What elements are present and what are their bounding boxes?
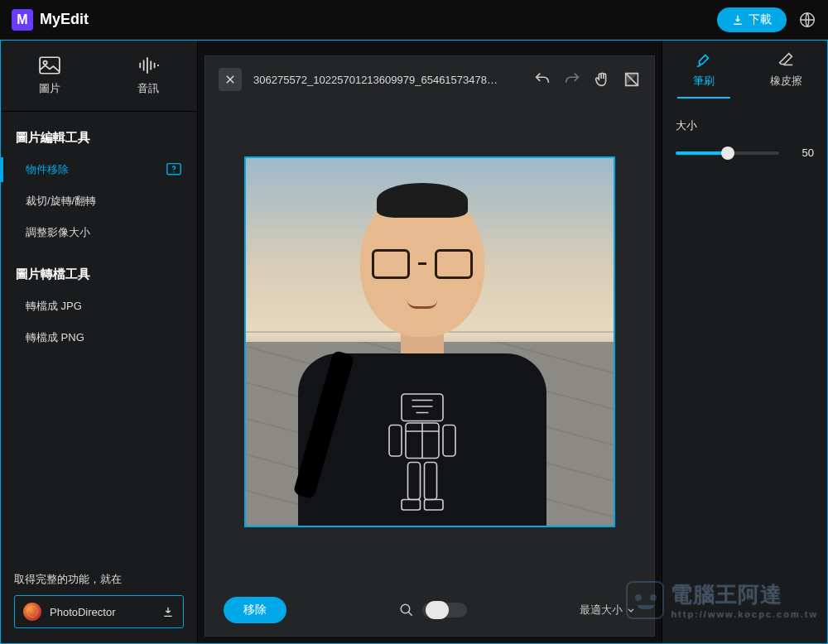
brush-settings: 大小 50 [662, 99, 827, 179]
nav-resize[interactable]: 調整影像大小 [1, 217, 197, 248]
promo-text: 取得完整的功能，就在 [14, 572, 184, 587]
canvas-footer: 移除 最適大小 [205, 584, 654, 636]
download-small-icon [161, 605, 175, 618]
nav-convert-png[interactable]: 轉檔成 PNG [1, 322, 197, 353]
tab-image[interactable]: 圖片 [1, 41, 99, 111]
right-panel: 筆刷 橡皮擦 大小 50 [662, 41, 827, 643]
compare-icon[interactable] [623, 70, 641, 89]
svg-rect-15 [408, 462, 421, 499]
canvas-area[interactable] [205, 103, 654, 584]
promo-product-label: PhotoDirector [50, 606, 115, 618]
close-file-button[interactable] [219, 68, 242, 91]
canvas-toolbar: 306275572_10225701213609979_654615734785… [205, 56, 654, 103]
tab-audio-label: 音訊 [137, 81, 159, 96]
download-icon [732, 14, 744, 26]
photodirector-logo-icon [23, 603, 41, 621]
close-icon [224, 74, 236, 85]
size-slider-thumb[interactable] [721, 147, 734, 160]
nav-label: 裁切/旋轉/翻轉 [26, 194, 96, 209]
svg-rect-16 [425, 462, 437, 499]
promo-photodirector-button[interactable]: PhotoDirector [14, 595, 184, 628]
zoom-magnifier-icon [399, 603, 414, 618]
filename-label: 306275572_10225701213609979_654615734785… [253, 74, 502, 86]
tool-tabs: 筆刷 橡皮擦 [662, 41, 827, 99]
svg-point-2 [44, 60, 47, 64]
tab-brush-label: 筆刷 [693, 74, 715, 89]
fit-to-screen-button[interactable]: 最適大小 [580, 603, 636, 618]
section-convert-title: 圖片轉檔工具 [1, 248, 197, 291]
zoom-control [399, 603, 467, 618]
app-logo-icon: M [12, 9, 33, 31]
media-type-tabs: 圖片 音訊 [1, 41, 197, 112]
nav-object-removal[interactable]: 物件移除 [1, 154, 197, 185]
canvas-column: 306275572_10225701213609979_654615734785… [198, 41, 662, 643]
svg-rect-14 [443, 425, 455, 456]
nav-label: 轉檔成 JPG [26, 299, 82, 314]
svg-rect-1 [40, 57, 60, 74]
tab-image-label: 圖片 [39, 81, 60, 96]
eraser-icon [777, 50, 795, 69]
size-label: 大小 [676, 118, 814, 133]
download-button[interactable]: 下載 [717, 7, 787, 32]
help-icon[interactable] [166, 162, 182, 177]
tab-eraser-label: 橡皮擦 [770, 74, 802, 89]
nav-label: 調整影像大小 [26, 225, 90, 240]
svg-rect-18 [425, 499, 444, 510]
left-sidebar: 圖片 音訊 圖片編輯工具 物件移除 裁切/旋轉/翻轉 調整影像大小 圖片轉檔工具… [1, 41, 198, 643]
remove-label: 移除 [243, 603, 267, 616]
main-layout: 圖片 音訊 圖片編輯工具 物件移除 裁切/旋轉/翻轉 調整影像大小 圖片轉檔工具… [0, 40, 828, 644]
tab-eraser[interactable]: 橡皮擦 [745, 41, 828, 99]
image-icon [39, 56, 60, 74]
pan-hand-icon[interactable] [593, 70, 611, 89]
svg-rect-13 [389, 425, 402, 456]
svg-point-19 [401, 604, 410, 613]
svg-rect-11 [402, 394, 443, 421]
size-slider-row: 50 [676, 147, 814, 159]
size-slider[interactable] [676, 151, 779, 155]
chevron-down-icon [626, 605, 636, 615]
svg-rect-17 [402, 499, 421, 510]
app-name: MyEdit [40, 11, 89, 28]
section-edit-title: 圖片編輯工具 [1, 112, 197, 154]
edited-image[interactable] [244, 156, 615, 527]
fit-label-text: 最適大小 [580, 603, 623, 618]
zoom-thumb[interactable] [426, 601, 449, 619]
tab-audio[interactable]: 音訊 [99, 41, 198, 111]
nav-label: 物件移除 [26, 162, 69, 177]
zoom-slider[interactable] [422, 603, 467, 618]
canvas-frame: 306275572_10225701213609979_654615734785… [205, 55, 655, 637]
promo-area: 取得完整的功能，就在 PhotoDirector [1, 560, 197, 643]
download-label: 下載 [749, 12, 772, 27]
svg-point-10 [173, 171, 174, 172]
nav-convert-jpg[interactable]: 轉檔成 JPG [1, 291, 197, 322]
brush-icon [695, 50, 713, 69]
redo-icon[interactable] [563, 70, 581, 89]
tab-brush[interactable]: 筆刷 [662, 41, 745, 99]
apply-remove-button[interactable]: 移除 [224, 597, 286, 623]
undo-icon[interactable] [533, 70, 551, 89]
app-header: M MyEdit 下載 [0, 0, 828, 40]
nav-label: 轉檔成 PNG [26, 330, 84, 345]
nav-crop-rotate[interactable]: 裁切/旋轉/翻轉 [1, 185, 197, 217]
audio-icon [137, 56, 159, 74]
language-icon[interactable] [798, 11, 816, 29]
size-value: 50 [791, 147, 814, 159]
